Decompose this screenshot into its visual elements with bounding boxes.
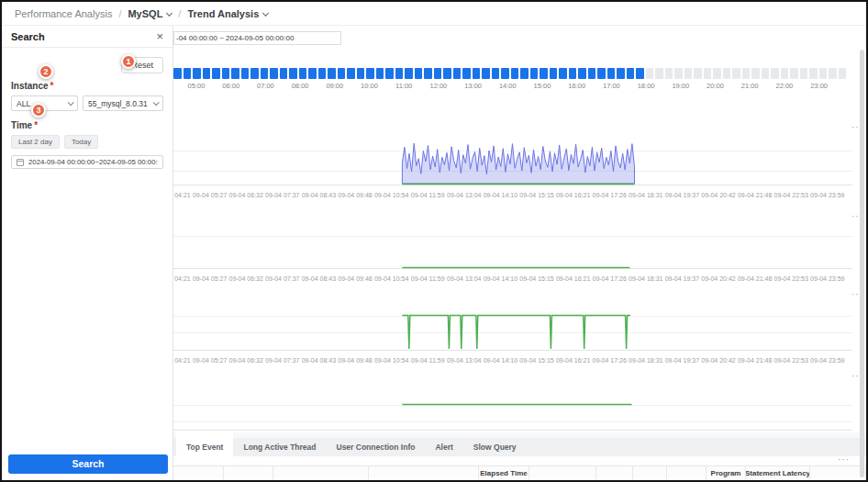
timeline-segment[interactable] bbox=[280, 68, 288, 79]
timeline-segment[interactable] bbox=[704, 68, 712, 79]
timeline-segment[interactable] bbox=[790, 68, 798, 79]
tab-slow-query[interactable]: Slow Query bbox=[463, 438, 527, 456]
timeline-segment[interactable] bbox=[424, 68, 432, 79]
chart-plot-area[interactable] bbox=[173, 383, 852, 434]
column-header-statement-latency[interactable]: Statement Latency bbox=[746, 466, 810, 480]
timeline-segment[interactable] bbox=[328, 68, 336, 79]
column-header-program[interactable]: Program bbox=[707, 466, 746, 480]
timeline-segment[interactable] bbox=[578, 68, 586, 79]
chart-plot-area[interactable] bbox=[173, 301, 852, 354]
timeline-segment[interactable] bbox=[453, 68, 462, 79]
chart-plot-area[interactable] bbox=[173, 223, 852, 273]
timeline-segment[interactable] bbox=[829, 68, 837, 79]
timeline-segment[interactable] bbox=[366, 68, 374, 79]
timeline-segment[interactable] bbox=[434, 68, 442, 79]
timeline-segment[interactable] bbox=[231, 68, 239, 79]
tab-user-connection-info[interactable]: User Connection Info bbox=[327, 438, 426, 456]
column-header-command[interactable]: Command bbox=[596, 466, 633, 480]
column-header-elapsed-time[interactable]: Elapsed Time bbox=[479, 466, 529, 480]
column-header-host[interactable]: Host bbox=[173, 466, 224, 480]
timeline-segment[interactable] bbox=[308, 68, 317, 79]
timeline-segment[interactable] bbox=[462, 68, 471, 79]
timeline-segment[interactable] bbox=[839, 68, 847, 79]
timeline-segment[interactable] bbox=[347, 68, 355, 79]
timeline-segment[interactable] bbox=[800, 68, 808, 79]
search-button[interactable]: Search bbox=[8, 454, 168, 474]
timeline-segment[interactable] bbox=[395, 68, 404, 79]
tab-top-event[interactable]: Top Event bbox=[176, 432, 233, 456]
date-range-input[interactable]: 2024-09-04 00:00:00~2024-09-05 00:00:00 bbox=[11, 155, 163, 169]
timeline-segment[interactable] bbox=[819, 68, 828, 79]
column-header-digest[interactable]: Digest bbox=[273, 466, 369, 480]
timeline-segment[interactable] bbox=[684, 68, 693, 79]
timeline-segment[interactable] bbox=[193, 68, 201, 79]
vertical-scrollbar[interactable] bbox=[860, 50, 864, 477]
timeline-segment[interactable] bbox=[723, 68, 731, 79]
column-header-pid[interactable]: PID bbox=[667, 466, 707, 480]
quick-range-last-2-day[interactable]: Last 2 day bbox=[11, 135, 60, 149]
timeline-segment[interactable] bbox=[415, 68, 423, 79]
time-heatbar-segments[interactable] bbox=[173, 68, 852, 79]
timeline-segment[interactable] bbox=[212, 68, 220, 79]
timeline-segment[interactable] bbox=[627, 68, 635, 79]
breadcrumb-item[interactable]: MySQL bbox=[128, 8, 172, 19]
main-date-range-input[interactable]: -04 00:00:00 ~ 2024-09-05 00:00:00 bbox=[173, 31, 341, 45]
timeline-segment[interactable] bbox=[617, 68, 625, 79]
timeline-segment[interactable] bbox=[762, 68, 770, 79]
timeline-segment[interactable] bbox=[588, 68, 596, 79]
timeline-segment[interactable] bbox=[597, 68, 606, 79]
timeline-segment[interactable] bbox=[385, 68, 394, 79]
column-header-query-start-time[interactable]: Query Start Time bbox=[529, 466, 596, 480]
column-header-progress[interactable]: Progress bbox=[810, 466, 866, 480]
timeline-segment[interactable] bbox=[732, 68, 740, 79]
column-header-db[interactable]: DB bbox=[224, 466, 273, 480]
timeline-segment[interactable] bbox=[655, 68, 663, 79]
timeline-segment[interactable] bbox=[694, 68, 702, 79]
timeline-segment[interactable] bbox=[751, 68, 760, 79]
timeline-segment[interactable] bbox=[530, 68, 539, 79]
timeline-segment[interactable] bbox=[492, 68, 500, 79]
timeline-segment[interactable] bbox=[222, 68, 230, 79]
timeline-segment[interactable] bbox=[511, 68, 519, 79]
breadcrumb-item[interactable]: Performance Analysis bbox=[15, 8, 112, 19]
column-header-sql-text[interactable]: SQL Text bbox=[369, 466, 479, 480]
timeline-segment[interactable] bbox=[781, 68, 789, 79]
timeline-segment[interactable] bbox=[771, 68, 779, 79]
timeline-segment[interactable] bbox=[338, 68, 346, 79]
timeline-segment[interactable] bbox=[482, 68, 490, 79]
timeline-segment[interactable] bbox=[473, 68, 481, 79]
timeline-segment[interactable] bbox=[550, 68, 558, 79]
timeline-segment[interactable] bbox=[674, 68, 683, 79]
timeline-segment[interactable] bbox=[742, 68, 751, 79]
timeline-segment[interactable] bbox=[173, 68, 182, 79]
tab-alert[interactable]: Alert bbox=[425, 438, 462, 456]
timeline-segment[interactable] bbox=[809, 68, 818, 79]
timeline-segment[interactable] bbox=[520, 68, 529, 79]
timeline-segment[interactable] bbox=[261, 68, 269, 79]
timeline-segment[interactable] bbox=[241, 68, 250, 79]
timeline-segment[interactable] bbox=[607, 68, 616, 79]
table-menu-icon[interactable]: ··· bbox=[838, 455, 850, 465]
timeline-segment[interactable] bbox=[665, 68, 673, 79]
chart-plot-area[interactable] bbox=[173, 134, 852, 189]
timeline-segment[interactable] bbox=[569, 68, 577, 79]
timeline-segment[interactable] bbox=[250, 68, 259, 79]
timeline-segment[interactable] bbox=[203, 68, 211, 79]
timeline-segment[interactable] bbox=[184, 68, 192, 79]
timeline-segment[interactable] bbox=[636, 68, 644, 79]
timeline-segment[interactable] bbox=[270, 68, 278, 79]
timeline-segment[interactable] bbox=[646, 68, 654, 79]
timeline-segment[interactable] bbox=[443, 68, 451, 79]
timeline-segment[interactable] bbox=[713, 68, 721, 79]
timeline-segment[interactable] bbox=[559, 68, 567, 79]
timeline-segment[interactable] bbox=[501, 68, 509, 79]
close-icon[interactable]: × bbox=[156, 30, 163, 42]
quick-range-today[interactable]: Today bbox=[64, 135, 98, 149]
timeline-segment[interactable] bbox=[318, 68, 327, 79]
breadcrumb-item[interactable]: Trend Analysis bbox=[187, 8, 268, 19]
timeline-segment[interactable] bbox=[357, 68, 365, 79]
timeline-segment[interactable] bbox=[299, 68, 307, 79]
timeline-segment[interactable] bbox=[376, 68, 384, 79]
tab-long-active-thread[interactable]: Long Active Thread bbox=[233, 438, 326, 456]
timeline-segment[interactable] bbox=[289, 68, 297, 79]
